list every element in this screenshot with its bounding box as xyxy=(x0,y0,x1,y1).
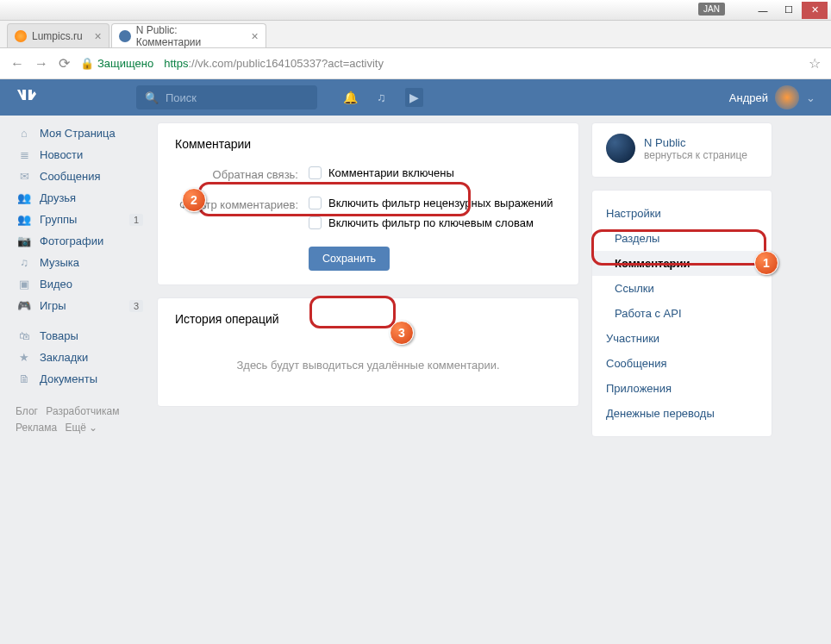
address-bar: ← → ⟳ 🔒 Защищено https://vk.com/public16… xyxy=(0,48,831,79)
search-icon: 🔍 xyxy=(145,91,159,104)
browser-tab-lumpics[interactable]: Lumpics.ru × xyxy=(7,23,109,47)
empty-state-text: Здесь будут выводиться удалённые коммент… xyxy=(175,341,561,392)
window-titlebar: JAN — ☐ ✕ xyxy=(0,0,831,21)
chevron-down-icon: ⌄ xyxy=(806,91,815,104)
music-nav-icon: ♫ xyxy=(17,256,31,269)
user-menu[interactable]: Андрей ⌄ xyxy=(729,85,815,109)
menu-comments[interactable]: Комментарии xyxy=(592,251,772,276)
tab-title: Lumpics.ru xyxy=(32,30,83,42)
menu-transfers[interactable]: Денежные переводы xyxy=(592,401,772,426)
header-icons: 🔔 ♫ ▶ xyxy=(343,88,423,107)
history-card: История операций Здесь будут выводиться … xyxy=(157,297,579,407)
checkbox-label: Включить фильтр нецензурных выражений xyxy=(328,197,553,209)
save-button[interactable]: Сохранить xyxy=(309,247,390,271)
menu-settings[interactable]: Настройки xyxy=(592,201,772,226)
groups-icon: 👥 xyxy=(17,213,31,226)
menu-api[interactable]: Работа с API xyxy=(592,301,772,326)
settings-menu-card: Настройки Разделы Комментарии Ссылки Раб… xyxy=(591,190,772,437)
reload-button[interactable]: ⟳ xyxy=(59,55,70,72)
community-avatar xyxy=(606,134,635,163)
filter-row: Фильтр комментариев: Включить фильтр нец… xyxy=(175,197,561,236)
photos-icon: 📷 xyxy=(17,234,31,247)
secure-indicator[interactable]: 🔒 Защищено xyxy=(80,57,153,70)
messages-icon: ✉ xyxy=(17,170,31,183)
url-display[interactable]: https://vk.com/public164105337?act=activ… xyxy=(164,57,384,70)
vk-header: 🔍 Поиск 🔔 ♫ ▶ Андрей ⌄ xyxy=(0,79,831,116)
play-icon[interactable]: ▶ xyxy=(405,88,423,107)
minimize-button[interactable]: — xyxy=(750,2,776,19)
nav-my-page[interactable]: ⌂Моя Страница xyxy=(16,122,145,144)
nav-messages[interactable]: ✉Сообщения xyxy=(16,166,145,187)
favicon-icon xyxy=(119,30,131,42)
menu-apps[interactable]: Приложения xyxy=(592,376,772,401)
community-header[interactable]: N Public вернуться к странице xyxy=(592,134,772,166)
badge: 1 xyxy=(129,214,143,226)
menu-links[interactable]: Ссылки xyxy=(592,276,772,301)
comments-settings-card: Комментарии Обратная связь: Комментарии … xyxy=(157,122,579,285)
card-title: История операций xyxy=(175,312,561,326)
favicon-icon xyxy=(15,30,27,42)
back-button[interactable]: ← xyxy=(10,56,24,72)
menu-members[interactable]: Участники xyxy=(592,326,772,351)
profanity-filter-checkbox[interactable]: Включить фильтр нецензурных выражений xyxy=(309,197,561,209)
tab-close-icon[interactable]: × xyxy=(95,29,102,43)
close-button[interactable]: ✕ xyxy=(802,2,828,19)
video-icon: ▣ xyxy=(17,278,31,291)
lock-icon: 🔒 xyxy=(80,57,94,70)
music-icon[interactable]: ♫ xyxy=(377,91,386,104)
nav-music[interactable]: ♫Музыка xyxy=(16,252,145,273)
nav-photos[interactable]: 📷Фотографии xyxy=(16,230,145,252)
search-input[interactable]: 🔍 Поиск xyxy=(136,85,317,109)
footer-blog[interactable]: Блог xyxy=(16,405,38,417)
nav-news[interactable]: ≣Новости xyxy=(16,144,145,166)
nav-friends[interactable]: 👥Друзья xyxy=(16,187,145,209)
home-icon: ⌂ xyxy=(17,127,31,140)
secure-label: Защищено xyxy=(97,57,153,70)
footer-more[interactable]: Ещё ⌄ xyxy=(65,422,97,434)
nav-groups[interactable]: 👥Группы1 xyxy=(16,209,145,230)
avatar xyxy=(775,85,799,109)
nav-video[interactable]: ▣Видео xyxy=(16,273,145,295)
filter-label: Фильтр комментариев: xyxy=(175,197,309,211)
checkbox-icon xyxy=(309,197,322,209)
friends-icon: 👥 xyxy=(17,191,31,204)
page-layout: ⌂Моя Страница ≣Новости ✉Сообщения 👥Друзь… xyxy=(0,116,831,456)
notifications-icon[interactable]: 🔔 xyxy=(343,91,358,104)
footer-dev[interactable]: Разработчикам xyxy=(46,405,119,417)
feedback-row: Обратная связь: Комментарии включены xyxy=(175,166,561,186)
checkbox-label: Комментарии включены xyxy=(328,166,454,179)
footer-links: Блог Разработчикам Реклама Ещё ⌄ xyxy=(16,403,145,436)
footer-ads[interactable]: Реклама xyxy=(16,422,57,434)
community-sublink: вернуться к странице xyxy=(644,149,747,161)
comments-enabled-checkbox[interactable]: Комментарии включены xyxy=(309,166,561,179)
nav-documents[interactable]: 🗎Документы xyxy=(16,368,145,390)
nav-games[interactable]: 🎮Игры3 xyxy=(16,295,145,316)
news-icon: ≣ xyxy=(17,148,31,161)
lang-badge: JAN xyxy=(698,3,725,16)
checkbox-icon xyxy=(309,166,322,179)
community-name: N Public xyxy=(644,136,747,149)
bookmark-nav-icon: ★ xyxy=(17,351,31,364)
maximize-button[interactable]: ☐ xyxy=(776,2,802,19)
forward-button[interactable]: → xyxy=(34,56,48,72)
vk-logo[interactable] xyxy=(16,88,136,108)
tab-title: N Public: Комментарии xyxy=(136,24,240,48)
nav-bookmarks[interactable]: ★Закладки xyxy=(16,347,145,368)
checkbox-label: Включить фильтр по ключевым словам xyxy=(328,216,534,229)
community-card: N Public вернуться к странице xyxy=(591,122,772,178)
tab-bar: Lumpics.ru × N Public: Комментарии × xyxy=(0,21,831,48)
tab-close-icon[interactable]: × xyxy=(252,29,259,43)
documents-icon: 🗎 xyxy=(17,372,31,385)
right-sidebar: N Public вернуться к странице Настройки … xyxy=(591,122,772,449)
menu-messages[interactable]: Сообщения xyxy=(592,351,772,376)
keyword-filter-checkbox[interactable]: Включить фильтр по ключевым словам xyxy=(309,216,561,229)
menu-sections[interactable]: Разделы xyxy=(592,226,772,251)
search-placeholder: Поиск xyxy=(166,91,197,104)
feedback-label: Обратная связь: xyxy=(175,166,309,181)
nav-market[interactable]: 🛍Товары xyxy=(16,325,145,347)
user-name: Андрей xyxy=(729,91,768,104)
bookmark-icon[interactable]: ☆ xyxy=(809,55,821,72)
badge: 3 xyxy=(129,300,143,312)
games-icon: 🎮 xyxy=(17,299,31,312)
browser-tab-vk[interactable]: N Public: Комментарии × xyxy=(111,23,266,47)
